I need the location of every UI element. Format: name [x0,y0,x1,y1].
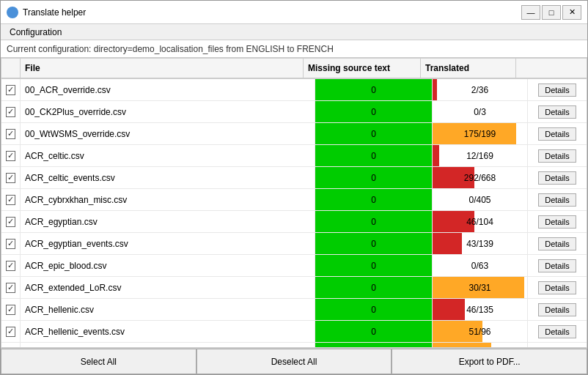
row-checkbox-cell[interactable] [1,79,21,100]
table-row: 00_WtWSMS_override.csv0175/199Details [1,123,587,145]
maximize-button[interactable]: □ [542,5,561,20]
table-header: File Missing source text Translated [1,59,587,79]
row-details-cell[interactable]: Details [528,343,587,347]
row-translated: 43/139 [433,233,528,254]
row-missing: 0 [315,299,433,320]
details-button[interactable]: Details [538,193,576,207]
row-translated: 46/135 [433,299,528,320]
row-details-cell[interactable]: Details [528,167,587,188]
row-file: ACR_egyptian.csv [21,211,315,232]
row-file: 00_WtWSMS_override.csv [21,123,315,144]
details-button[interactable]: Details [538,215,576,229]
row-checkbox-cell[interactable] [1,343,21,347]
row-details-cell[interactable]: Details [528,299,587,320]
translated-value: 43/139 [436,239,524,249]
row-missing: 0 [315,101,433,122]
row-file: ACR_egyptian_events.csv [21,233,315,254]
menu-configuration[interactable]: Configuration [4,26,67,39]
deselect-all-button[interactable]: Deselect All [196,349,392,374]
row-checkbox-cell[interactable] [1,189,21,210]
details-button[interactable]: Details [538,303,576,316]
table-row: ACR_celtic.csv012/169Details [1,145,587,167]
row-checkbox-cell[interactable] [1,167,21,188]
row-checkbox-cell[interactable] [1,101,21,122]
row-translated: 30/31 [433,277,528,298]
row-details-cell[interactable]: Details [528,145,587,166]
row-file: ACR_extended_LoR.csv [21,277,315,298]
row-checkbox-cell[interactable] [1,145,21,166]
details-button[interactable]: Details [538,237,576,250]
row-translated: 2/36 [433,79,528,100]
row-checkbox-cell[interactable] [1,299,21,320]
row-details-cell[interactable]: Details [528,321,587,342]
table-body: 00_ACR_override.csv02/36Details00_CK2Plu… [1,79,587,347]
table-row: ACR_epic_blood.csv00/63Details [1,255,587,277]
details-button[interactable]: Details [538,149,576,163]
row-details-cell[interactable]: Details [528,101,587,122]
details-button[interactable]: Details [538,83,576,97]
details-button[interactable]: Details [538,325,576,338]
row-missing: 0 [315,233,433,254]
row-checkbox-cell[interactable] [1,255,21,276]
row-checkbox-cell[interactable] [1,123,21,144]
checkbox[interactable] [6,261,15,271]
row-checkbox-cell[interactable] [1,321,21,342]
export-pdf-button[interactable]: Export to PDF... [392,349,587,374]
row-details-cell[interactable]: Details [528,255,587,276]
details-button[interactable]: Details [538,281,576,294]
row-file: ACR_other.csv [21,343,315,347]
row-translated: 0/3 [433,101,528,122]
checkbox[interactable] [6,283,15,293]
row-file: ACR_cybrxkhan_misc.csv [21,189,315,210]
row-checkbox-cell[interactable] [1,211,21,232]
details-button[interactable]: Details [538,171,576,185]
header-file: File [21,59,304,78]
row-details-cell[interactable]: Details [528,79,587,100]
table-row: 00_CK2Plus_override.csv00/3Details [1,101,587,123]
row-translated: 51/96 [433,321,528,342]
details-button[interactable]: Details [538,347,576,348]
app-icon [7,7,18,18]
table-row: ACR_hellenic.csv046/135Details [1,299,587,321]
table-row: ACR_extended_LoR.csv030/31Details [1,277,587,299]
row-checkbox-cell[interactable] [1,233,21,254]
row-details-cell[interactable]: Details [528,277,587,298]
row-details-cell[interactable]: Details [528,233,587,254]
row-translated: 175/199 [433,123,528,144]
table-row: ACR_other.csv074/119Details [1,343,587,347]
checkbox[interactable] [6,305,15,315]
menu-bar: Configuration [1,24,587,40]
checkbox[interactable] [6,239,15,249]
select-all-button[interactable]: Select All [1,349,196,374]
checkbox[interactable] [6,85,15,95]
row-missing: 0 [315,343,433,347]
checkbox[interactable] [6,217,15,227]
row-checkbox-cell[interactable] [1,277,21,298]
details-button[interactable]: Details [538,105,576,119]
row-translated: 46/104 [433,211,528,232]
translated-value: 0/63 [436,261,524,271]
row-details-cell[interactable]: Details [528,211,587,232]
checkbox[interactable] [6,327,15,337]
table-row: ACR_hellenic_events.csv051/96Details [1,321,587,343]
checkbox[interactable] [6,173,15,183]
row-translated: 292/668 [433,167,528,188]
checkbox[interactable] [6,151,15,161]
row-missing: 0 [315,277,433,298]
row-translated: 0/63 [433,255,528,276]
translated-value: 0/3 [436,107,524,117]
details-button[interactable]: Details [538,127,576,141]
row-missing: 0 [315,79,433,100]
row-missing: 0 [315,123,433,144]
checkbox[interactable] [6,129,15,139]
close-button[interactable]: ✕ [562,5,581,20]
row-file: ACR_celtic_events.csv [21,167,315,188]
minimize-button[interactable]: — [521,5,540,20]
checkbox[interactable] [6,195,15,205]
row-details-cell[interactable]: Details [528,189,587,210]
row-details-cell[interactable]: Details [528,123,587,144]
details-button[interactable]: Details [538,259,576,272]
header-missing: Missing source text [304,59,421,78]
checkbox[interactable] [6,107,15,117]
config-bar: Current configuration: directory=demo_lo… [1,40,587,58]
